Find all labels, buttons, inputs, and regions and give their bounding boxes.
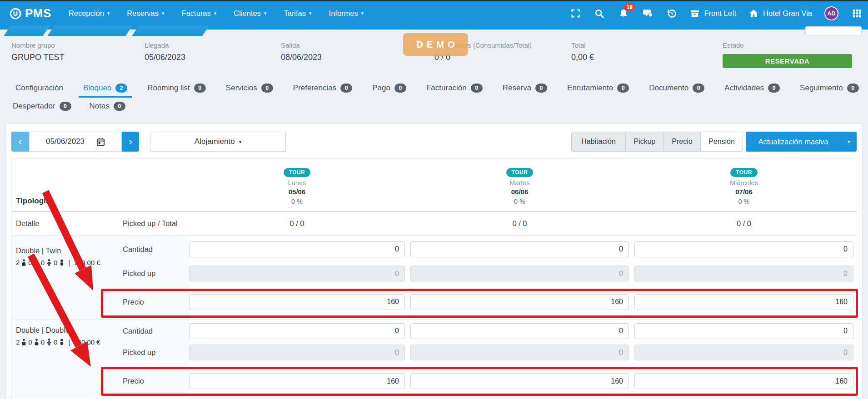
- precio-row-label: Precio: [123, 363, 189, 399]
- cantidad-cell: [634, 236, 853, 263]
- departure-label: Salida: [281, 41, 322, 49]
- cantidad-input-r1c1[interactable]: [189, 241, 405, 257]
- app-logo[interactable]: PMS: [9, 6, 51, 20]
- logo-icon: [9, 7, 22, 20]
- precio-cell: [634, 363, 853, 399]
- tab-rooming-list[interactable]: Rooming list 0: [143, 81, 210, 98]
- room-occupancy-line: 2 0 0 0 | 160,00 €: [16, 338, 123, 346]
- nav-menu-recepcion[interactable]: Recepción ▾: [69, 9, 110, 18]
- tab-bloqueo[interactable]: Bloqueo 2: [79, 81, 132, 98]
- cantidad-row-label: Cantidad: [123, 236, 189, 263]
- room-block-double-double: Double | Double 2 0 0 0 | 160,00 € Ca: [12, 320, 857, 399]
- pms-screen: PMS Recepción ▾ Reservas ▾ Facturas ▾ Cl…: [0, 0, 868, 399]
- tab-documento[interactable]: Documento 0: [644, 81, 709, 98]
- nav-menu-reservas[interactable]: Reservas ▾: [127, 9, 164, 18]
- nav-menu-tarifas[interactable]: Tarifas ▾: [284, 9, 311, 18]
- nav-menu-clientes[interactable]: Clientes ▾: [234, 9, 266, 18]
- cantidad-row-label: Cantidad: [123, 320, 189, 342]
- vertical-divider: [716, 39, 716, 68]
- tab-despertador[interactable]: Despertador 0: [8, 99, 76, 116]
- cantidad-input-r1c2[interactable]: [410, 241, 629, 257]
- babies-count: 0: [54, 338, 57, 346]
- occupancy-percent: 0 %: [291, 198, 303, 205]
- prev-day-button[interactable]: ‹: [11, 132, 29, 152]
- cantidad-input-r2c2[interactable]: [410, 323, 629, 339]
- tab-actividades[interactable]: Actividades 0: [720, 81, 784, 98]
- tab-configuracion[interactable]: Configuración: [11, 81, 68, 98]
- chevron-down-icon: ▾: [162, 10, 165, 16]
- tab-label: Seguimiento: [800, 84, 843, 93]
- tab-notas[interactable]: Notas 0: [85, 99, 130, 116]
- tab-label: Enrutamiento: [567, 84, 613, 93]
- workstation-selector[interactable]: Front Left: [690, 9, 736, 19]
- babies-count: 0: [54, 259, 57, 266]
- date-column-header-1: TOUR Lunes 05/06 0 %: [189, 159, 410, 211]
- avatar-initials: AD: [827, 10, 835, 17]
- tab-enrutamiento[interactable]: Enrutamiento 0: [563, 81, 634, 98]
- group-name-field: Nombre grupo GRUPO TEST: [11, 41, 65, 62]
- tab-badge: 0: [261, 84, 273, 93]
- nav-menu-informes[interactable]: Informes ▾: [329, 9, 364, 18]
- toolbar-right: Habitación Pickup Precio Pensión Actuali…: [571, 132, 857, 152]
- tab-label: Despertador: [13, 102, 55, 111]
- precio-input-r1c3[interactable]: [634, 294, 853, 310]
- notifications-bell-icon[interactable]: 18: [618, 8, 629, 20]
- chevron-down-icon: ▾: [309, 10, 312, 16]
- status-badge[interactable]: RESERVADA: [723, 54, 852, 68]
- chevron-down-icon: ▾: [239, 139, 242, 145]
- view-button-pension[interactable]: Pensión: [700, 132, 743, 152]
- tab-preferencias[interactable]: Preferencias 0: [289, 81, 357, 98]
- tab-pago[interactable]: Pago 0: [368, 81, 411, 98]
- apps-grid-icon[interactable]: [851, 8, 863, 20]
- view-button-pickup[interactable]: Pickup: [625, 132, 664, 152]
- tab-facturacion[interactable]: Facturación 0: [422, 81, 487, 98]
- chevron-down-icon: ▾: [361, 10, 364, 16]
- category-dropdown[interactable]: Alojamiento ▾: [150, 132, 286, 152]
- adults2-count: 0: [28, 259, 32, 266]
- cantidad-input-r2c1[interactable]: [189, 323, 405, 339]
- bulk-update-button[interactable]: Actualización masiva ▾: [746, 132, 857, 152]
- cantidad-input-r2c3[interactable]: [634, 323, 853, 339]
- workstation-label: Front Left: [704, 9, 736, 18]
- precio-input-r2c2[interactable]: [410, 373, 629, 389]
- chevron-down-icon: ▾: [841, 132, 857, 152]
- tab-badge: 0: [60, 102, 71, 111]
- precio-input-r2c3[interactable]: [634, 373, 853, 389]
- arrival-label: Llegada: [145, 41, 185, 49]
- tab-label: Actividades: [724, 84, 764, 93]
- cantidad-input-r1c3[interactable]: [634, 241, 853, 257]
- view-button-habitacion[interactable]: Habitación: [571, 132, 626, 152]
- fullscreen-icon[interactable]: [569, 8, 581, 20]
- nav-menu-facturas[interactable]: Facturas ▾: [182, 9, 217, 18]
- tab-badge: 0: [114, 102, 125, 111]
- precio-cell: [410, 284, 634, 320]
- history-icon[interactable]: [666, 8, 678, 20]
- tab-label: Reserva: [503, 84, 531, 93]
- tab-seguimiento[interactable]: Seguimiento 0: [795, 81, 863, 98]
- tab-servicios[interactable]: Servicios 0: [221, 81, 278, 98]
- date-picker[interactable]: 05/06/2023: [29, 132, 122, 152]
- precio-row-label: Precio: [123, 284, 189, 320]
- tab-badge: 0: [471, 84, 483, 93]
- chat-icon[interactable]: [642, 8, 653, 20]
- tab-badge: 0: [693, 84, 704, 93]
- day-date: 05/06: [289, 188, 306, 196]
- next-day-button[interactable]: ›: [122, 132, 139, 152]
- total-value: 0,00 €: [571, 53, 594, 62]
- rate-tag-badge: TOUR: [506, 168, 534, 177]
- precio-input-r1c1[interactable]: [189, 294, 405, 310]
- tab-label: Facturación: [426, 84, 467, 93]
- hotel-selector[interactable]: Hotel Gran Via: [748, 8, 812, 19]
- precio-input-r2c1[interactable]: [189, 373, 405, 389]
- tab-reserva[interactable]: Reserva 0: [498, 81, 552, 98]
- search-icon[interactable]: [594, 8, 605, 20]
- tab-badge: 0: [340, 84, 352, 93]
- view-button-precio[interactable]: Precio: [663, 132, 701, 152]
- chevron-down-icon: ▾: [107, 10, 110, 16]
- precio-input-r1c2[interactable]: [410, 294, 629, 310]
- user-avatar[interactable]: AD: [824, 6, 838, 20]
- chevron-down-icon: ▾: [214, 10, 217, 16]
- toolbar-left: ‹ 05/06/2023 › Alojamiento: [11, 132, 286, 152]
- picked-cell: [634, 342, 853, 363]
- day-date: 06/06: [511, 188, 529, 196]
